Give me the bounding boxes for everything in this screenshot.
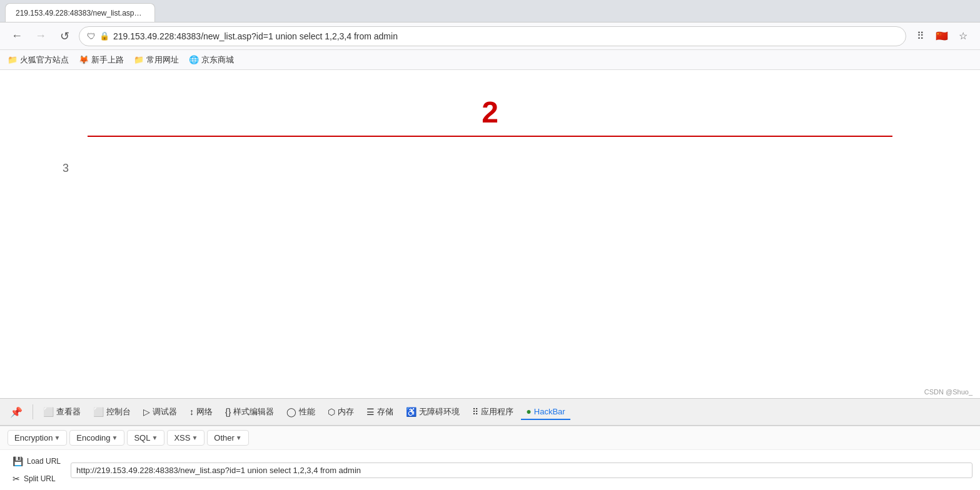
debugger-icon: ▷	[143, 407, 150, 417]
bookmark-jd[interactable]: 🌐 京东商城	[189, 54, 234, 66]
network-label: 网络	[196, 406, 213, 418]
bookmark-huxin[interactable]: 📁 火狐官方站点	[8, 54, 69, 66]
bookmark-label: 火狐官方站点	[20, 54, 69, 66]
split-url-label: Split URL	[24, 474, 56, 483]
bookmark-label: 常用网址	[146, 54, 179, 66]
devtools-performance[interactable]: ◯ 性能	[281, 404, 320, 420]
bookmark-newbie[interactable]: 🦊 新手上路	[79, 54, 124, 66]
forward-button[interactable]: →	[31, 27, 50, 46]
xss-label: XSS	[174, 433, 190, 442]
page-inner: 2 3	[0, 70, 980, 200]
tab-bar: 219.153.49.228:48383/new_list.asp?id=1 u…	[0, 0, 980, 22]
split-url-icon: ✂	[13, 474, 20, 484]
load-url-label: Load URL	[27, 457, 61, 466]
load-url-button[interactable]: 💾 Load URL	[8, 454, 66, 469]
encryption-label: Encryption	[14, 433, 53, 442]
encryption-dropdown[interactable]: Encryption ▼	[8, 430, 67, 446]
console-label: 控制台	[106, 406, 131, 418]
hackbar-url-input[interactable]	[71, 462, 972, 478]
hackbar-toolbar: Encryption ▼ Encoding ▼ SQL ▼ XSS ▼ Othe…	[0, 426, 980, 450]
other-label: Other	[214, 433, 235, 442]
devtools-network[interactable]: ↕ 网络	[184, 404, 218, 420]
memory-label: 内存	[338, 406, 354, 418]
devtools-application[interactable]: ⠿ 应用程序	[467, 404, 518, 420]
bookmark-icon: 🌐	[189, 55, 199, 64]
devtools-console[interactable]: ⬜ 控制台	[88, 404, 136, 420]
sql-label: SQL	[134, 433, 150, 442]
devtools-debugger[interactable]: ▷ 调试器	[138, 404, 182, 420]
bookmarks-bar: 📁 火狐官方站点 🦊 新手上路 📁 常用网址 🌐 京东商城	[0, 50, 980, 70]
shield-icon: 🛡	[87, 31, 96, 41]
encoding-label: Encoding	[76, 433, 110, 442]
qr-code-button[interactable]: ⠿	[911, 27, 930, 46]
encoding-dropdown[interactable]: Encoding ▼	[69, 430, 124, 446]
back-button[interactable]: ←	[8, 27, 26, 46]
devtools-storage[interactable]: ☰ 存储	[361, 404, 398, 420]
debugger-label: 调试器	[153, 406, 177, 418]
devtools-inspector[interactable]: ⬜ 查看器	[38, 404, 86, 420]
address-input[interactable]	[113, 31, 898, 41]
page-value-2: 2	[38, 95, 942, 129]
hackbar-icon: ●	[526, 406, 531, 416]
nav-bar: ← → ↺ 🛡 🔒 ⠿ 🇨🇳 ☆	[0, 22, 980, 50]
console-icon: ⬜	[93, 407, 104, 417]
other-dropdown[interactable]: Other ▼	[207, 430, 248, 446]
accessibility-icon: ♿	[406, 407, 417, 417]
devtools-bar: 📌 ⬜ 查看器 ⬜ 控制台 ▷ 调试器 ↕ 网络 {} 样式编辑器 ◯ 性能 ⬡	[0, 398, 980, 426]
devtools-memory[interactable]: ⬡ 内存	[323, 404, 359, 420]
bookmark-common-urls[interactable]: 📁 常用网址	[134, 54, 179, 66]
csdn-watermark: CSDN @Shuo_	[924, 388, 972, 396]
style-editor-label: 样式编辑器	[233, 406, 274, 418]
xss-dropdown[interactable]: XSS ▼	[167, 430, 205, 446]
bookmark-icon: 📁	[8, 55, 18, 64]
devtools-style-editor[interactable]: {} 样式编辑器	[220, 404, 279, 420]
storage-label: 存储	[377, 406, 393, 418]
accessibility-label: 无障碍环境	[419, 406, 460, 418]
network-icon: ↕	[189, 407, 194, 417]
page-value-3: 3	[63, 162, 942, 175]
sql-arrow: ▼	[151, 434, 158, 441]
active-tab[interactable]: 219.153.49.228:48383/new_list.asp?id=1 u…	[5, 3, 155, 22]
performance-label: 性能	[299, 406, 315, 418]
encryption-arrow: ▼	[54, 434, 60, 441]
hackbar-side-buttons: 💾 Load URL ✂ Split URL	[8, 454, 66, 486]
application-label: 应用程序	[481, 406, 513, 418]
inspector-label: 查看器	[56, 406, 81, 418]
devtools-accessibility[interactable]: ♿ 无障碍环境	[401, 404, 465, 420]
hackbar-url-row: 💾 Load URL ✂ Split URL	[0, 450, 980, 490]
other-arrow: ▼	[236, 434, 242, 441]
devtools-hackbar[interactable]: ● HackBar	[521, 404, 570, 420]
xss-arrow: ▼	[191, 434, 198, 441]
style-editor-icon: {}	[225, 407, 231, 417]
red-divider	[88, 136, 892, 137]
memory-icon: ⬡	[328, 407, 335, 417]
bookmark-label: 京东商城	[201, 54, 234, 66]
split-url-button[interactable]: ✂ Split URL	[8, 471, 66, 486]
sql-dropdown[interactable]: SQL ▼	[127, 430, 164, 446]
nav-actions: ⠿ 🇨🇳 ☆	[911, 27, 972, 46]
bookmark-label: 新手上路	[91, 54, 124, 66]
application-icon: ⠿	[472, 407, 478, 417]
pin-icon: 📌	[10, 406, 23, 418]
bookmark-icon: 📁	[134, 55, 144, 64]
hackbar-label: HackBar	[534, 407, 565, 416]
separator	[33, 404, 33, 419]
china-flag-button[interactable]: 🇨🇳	[932, 27, 951, 46]
bookmark-icon: 🦊	[79, 55, 89, 64]
reload-button[interactable]: ↺	[55, 27, 74, 46]
storage-icon: ☰	[366, 407, 375, 417]
devtools-pin[interactable]: 📌	[5, 404, 28, 421]
encoding-arrow: ▼	[112, 434, 118, 441]
browser-window: 219.153.49.228:48383/new_list.asp?id=1 u…	[0, 0, 980, 490]
lock-icon: 🔒	[99, 31, 109, 41]
inspector-icon: ⬜	[43, 407, 54, 417]
load-url-icon: 💾	[13, 456, 23, 466]
hackbar-panel: Encryption ▼ Encoding ▼ SQL ▼ XSS ▼ Othe…	[0, 426, 980, 490]
address-bar-container: 🛡 🔒	[79, 26, 906, 46]
tab-title: 219.153.49.228:48383/new_list.asp?id=1 u…	[16, 9, 144, 18]
page-content: 2 3 CSDN @Shuo_	[0, 70, 980, 398]
bookmark-star-button[interactable]: ☆	[954, 27, 972, 46]
performance-icon: ◯	[286, 407, 296, 417]
